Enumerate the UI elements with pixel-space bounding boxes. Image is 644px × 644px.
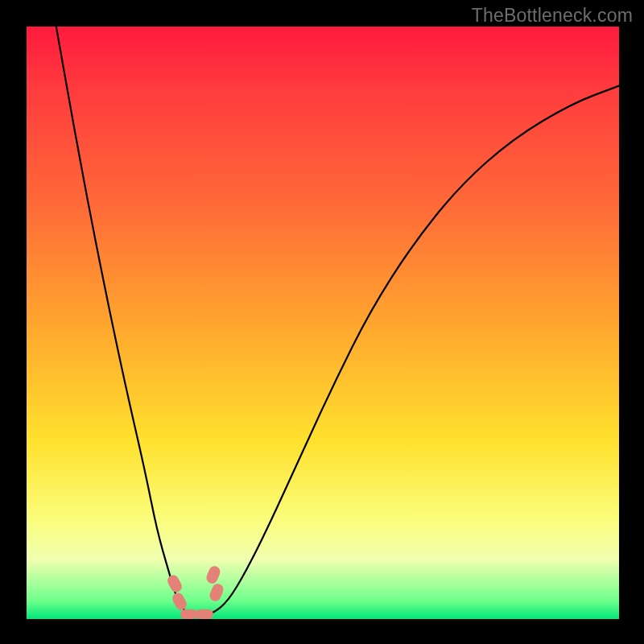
- plot-area: [27, 27, 619, 619]
- watermark-label: TheBottleneck.com: [472, 5, 633, 27]
- bottleneck-curve: [56, 27, 619, 616]
- curve-layer: [27, 27, 619, 619]
- chart-frame: TheBottleneck.com: [0, 0, 644, 644]
- marker-bottom-right: [196, 609, 213, 619]
